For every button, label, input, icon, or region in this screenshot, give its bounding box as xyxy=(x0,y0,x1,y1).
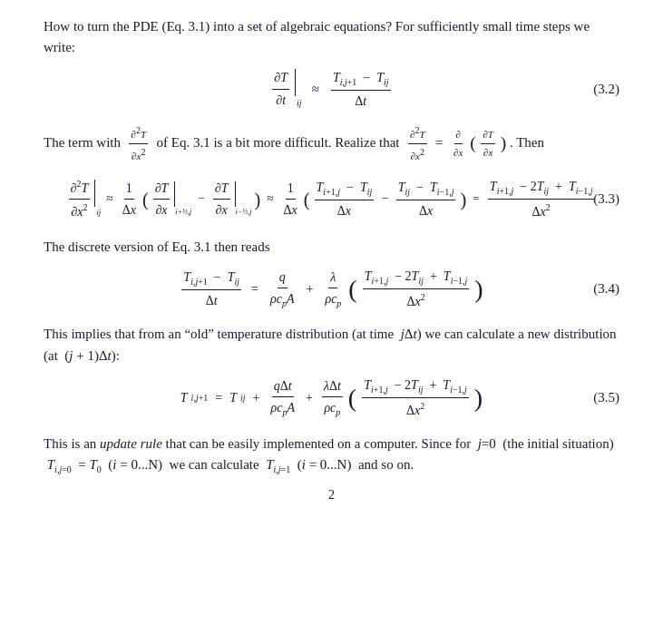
eq34-q-frac: q ρcpA xyxy=(268,268,297,311)
equation-3-4: Ti,j+1 − Tij Δt = q ρcpA + λ ρcp ( Ti+1,… xyxy=(44,267,619,312)
eq35-T-frac: Ti+1,j − 2Tij + Ti−1,j Δx2 xyxy=(362,376,469,421)
equation-3-2: ∂T ∂t ij ≈ Ti,j+1 − Tij Δt (3.2) xyxy=(44,68,619,112)
term-paragraph: The term with ∂2T ∂x2 of Eq. 3.1 is a bi… xyxy=(44,123,619,163)
eq34-T-frac: Ti+1,j − 2Tij + Ti−1,j Δx2 xyxy=(363,267,470,312)
inline-frac-d2T: ∂2T ∂x2 xyxy=(129,123,148,163)
eq32-lhs: ∂T ∂t ij xyxy=(270,68,301,110)
eq33-dT-dx-plus: ∂T ∂x xyxy=(153,179,171,220)
eq33-frac-plus: Ti+1,j − Tij Δx xyxy=(315,178,375,221)
implies-paragraph: This implies that from an “old” temperat… xyxy=(44,324,619,366)
eq34-content: Ti,j+1 − Tij Δt = q ρcpA + λ ρcp ( Ti+1,… xyxy=(180,267,483,312)
eval-bar-33c: i−½,j xyxy=(235,181,252,218)
inline-frac-ddx: ∂ ∂x xyxy=(452,127,464,161)
frac-T-delta: Ti,j+1 − Tij Δt xyxy=(331,68,391,112)
eq35-number: (3.5) xyxy=(593,387,619,408)
intro-paragraph: How to turn the PDE (Eq. 3.1) into a set… xyxy=(44,16,619,59)
inline-frac-d2T2: ∂2T ∂x2 xyxy=(408,123,427,163)
eq32-content: ∂T ∂t ij ≈ Ti,j+1 − Tij Δt xyxy=(270,68,392,112)
eval-bar-33: ij xyxy=(94,180,101,220)
eq33-dT-dx-minus: ∂T ∂x xyxy=(213,179,230,220)
equation-3-3: ∂2T ∂x2 ij ≈ 1 Δx ( ∂T ∂x i+½,j − xyxy=(44,177,619,222)
eq35-q-frac: qΔt ρcpA xyxy=(268,376,297,420)
inline-frac-dT-dx: ∂T ∂x xyxy=(481,127,495,161)
eq33-final: Ti+1,j − 2Tij + Ti−1,j Δx2 xyxy=(488,177,595,222)
eq32-number: (3.2) xyxy=(593,79,619,100)
equation-3-5: Ti,j+1 = Tij + qΔt ρcpA + λΔt ρcp ( Ti+1… xyxy=(44,376,619,421)
page-content: How to turn the PDE (Eq. 3.1) into a set… xyxy=(44,16,619,505)
eq33-frac-minus: Tij − Ti−1,j Δx xyxy=(396,178,456,221)
eq33-number: (3.3) xyxy=(593,189,619,210)
discrete-paragraph: The discrete version of Eq. 3.1 then rea… xyxy=(44,237,619,258)
eq34-lambda-frac: λ ρcp xyxy=(323,268,343,311)
update-paragraph: This is an update rule that can be easil… xyxy=(44,434,619,477)
eval-bar-32: ij xyxy=(295,69,302,111)
eq33-1-dx: 1 Δx xyxy=(121,179,138,220)
eq33-1-dx2: 1 Δx xyxy=(282,179,299,220)
page-number: 2 xyxy=(44,485,619,505)
eq34-number: (3.4) xyxy=(593,278,619,299)
frac-dT-dt: ∂T ∂t xyxy=(272,68,289,110)
eq35-lambda-frac: λΔt ρcp xyxy=(322,376,343,420)
eq34-lhs: Ti,j+1 − Tij Δt xyxy=(181,268,241,311)
eq35-content: Ti,j+1 = Tij + qΔt ρcpA + λΔt ρcp ( Ti+1… xyxy=(180,376,483,421)
eq33-lhs-frac: ∂2T ∂x2 xyxy=(69,177,91,222)
eq33-content: ∂2T ∂x2 ij ≈ 1 Δx ( ∂T ∂x i+½,j − xyxy=(67,177,597,222)
eval-bar-33b: i+½,j xyxy=(174,181,191,218)
